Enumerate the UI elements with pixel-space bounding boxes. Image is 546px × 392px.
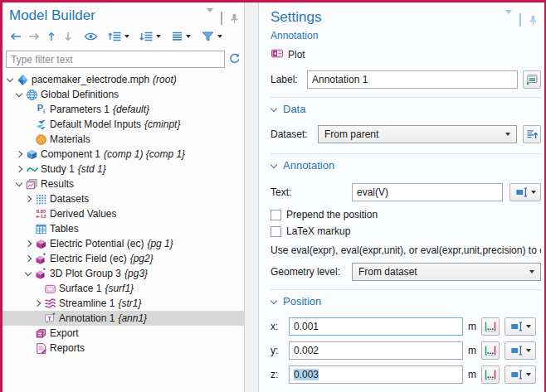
z-label: z: xyxy=(271,369,289,380)
section-title: Annotation xyxy=(283,159,334,172)
geometry-selected-value: From dataset xyxy=(358,266,529,278)
tree-item-root[interactable]: pacemaker_electrode.mph (root) xyxy=(2,72,244,87)
model-tree: pacemaker_electrode.mph (root) Global De… xyxy=(2,72,244,392)
insert-expression-button[interactable] xyxy=(509,183,541,201)
pin-icon[interactable] xyxy=(230,13,239,24)
chevron-expanded-icon[interactable] xyxy=(6,75,16,85)
tree-item-materials[interactable]: Materials xyxy=(2,132,244,147)
section-title: Data xyxy=(283,103,305,115)
tree-item-datasets[interactable]: Datasets xyxy=(2,191,244,206)
x-label: x: xyxy=(271,321,289,332)
go-to-source-button[interactable] xyxy=(523,125,541,143)
filter-caret-icon xyxy=(217,35,222,38)
rename-button[interactable] xyxy=(523,70,541,89)
section-chevron-icon xyxy=(271,298,277,305)
results-icon xyxy=(25,177,39,191)
range-button[interactable] xyxy=(481,317,500,336)
svg-text:*: * xyxy=(52,312,56,319)
insert-expression-button[interactable] xyxy=(505,365,536,384)
annotation-plot-icon: T* xyxy=(43,312,57,325)
model-builder-title: Model Builder xyxy=(9,6,95,26)
materials-icon xyxy=(34,133,48,146)
prepend-position-checkbox[interactable]: Prepend the position xyxy=(271,208,541,221)
panel-divider[interactable] xyxy=(245,2,258,392)
tree-item-derived-values[interactable]: 8.85e-12 Derived Values xyxy=(2,206,244,221)
range-button[interactable] xyxy=(481,365,500,384)
tree-item-3d-plot-group-3[interactable]: * 3D Plot Group 3 {pg3} xyxy=(2,266,244,281)
tree-filter-input[interactable] xyxy=(6,51,225,68)
y-input[interactable] xyxy=(289,341,463,360)
float-window-icon[interactable] xyxy=(221,12,222,24)
breadcrumb[interactable]: Annotation xyxy=(271,30,541,41)
combo-caret-icon xyxy=(505,133,510,136)
x-input[interactable] xyxy=(289,317,463,336)
float-window-icon[interactable] xyxy=(519,14,521,26)
combo-caret-icon xyxy=(529,270,534,273)
tree-item-annotation1-selected[interactable]: T* Annotation 1 {ann1} xyxy=(2,311,244,326)
window-menu-icon[interactable] xyxy=(505,14,512,26)
refresh-icon[interactable] xyxy=(228,52,241,67)
move-up-button[interactable] xyxy=(44,28,59,45)
plot-button[interactable]: Plot xyxy=(271,47,541,62)
insert-expression-caret-icon xyxy=(526,373,531,376)
z-selected-text: 0.003 xyxy=(294,369,319,380)
pin-icon[interactable] xyxy=(529,15,538,26)
tree-item-surface1[interactable]: Surface 1 {surf1} xyxy=(2,281,244,296)
tree-item-study1[interactable]: Study 1 {std 1} xyxy=(2,162,244,177)
insert-expression-caret-icon xyxy=(526,325,531,328)
dataset-label: Dataset: xyxy=(271,128,318,140)
chevron-collapsed-icon[interactable] xyxy=(15,149,25,159)
chevron-collapsed-icon[interactable] xyxy=(33,298,43,308)
section-separator xyxy=(271,289,541,290)
tree-item-tables[interactable]: Tables xyxy=(2,221,244,236)
model-builder-toolbar xyxy=(2,26,244,46)
text-field-label: Text: xyxy=(271,186,352,198)
node-label-options-button[interactable] xyxy=(169,28,193,45)
insert-expression-button[interactable] xyxy=(505,317,536,336)
plot-group-3d-star-icon: * xyxy=(34,252,48,265)
show-button[interactable] xyxy=(82,28,100,45)
go-forward-button[interactable] xyxy=(26,28,42,45)
tree-item-reports[interactable]: Reports xyxy=(2,341,244,356)
window-menu-icon[interactable] xyxy=(207,12,213,24)
insert-expression-caret-icon xyxy=(531,191,536,194)
chevron-collapsed-icon[interactable] xyxy=(24,194,34,204)
y-label: y: xyxy=(271,345,289,356)
chevron-expanded-icon[interactable] xyxy=(15,179,25,189)
section-title: Position xyxy=(283,295,321,307)
z-input[interactable]: 0.003 xyxy=(289,365,463,384)
insert-expression-button[interactable] xyxy=(505,341,536,360)
tree-item-global-definitions[interactable]: Global Definitions xyxy=(2,87,244,102)
tree-item-export[interactable]: Export xyxy=(2,326,244,341)
tree-item-streamline1[interactable]: Streamline 1 {str1} xyxy=(2,296,244,311)
dataset-select[interactable]: From parent xyxy=(318,125,517,143)
section-header-annotation[interactable]: Annotation xyxy=(271,159,541,172)
chevron-collapsed-icon[interactable] xyxy=(24,239,34,249)
z-unit: m xyxy=(463,369,481,380)
filter-button[interactable] xyxy=(199,28,224,45)
tree-item-component1[interactable]: Component 1 (comp 1) {comp 1} xyxy=(2,147,244,162)
plot-icon xyxy=(271,47,284,62)
chevron-collapsed-icon[interactable] xyxy=(15,164,25,174)
tree-item-results[interactable]: Results xyxy=(2,177,244,191)
annotation-text-input[interactable] xyxy=(352,183,503,201)
geometry-level-select[interactable]: From dataset xyxy=(352,263,541,281)
latex-markup-checkbox[interactable]: LaTeX markup xyxy=(271,225,541,238)
chevron-expanded-icon[interactable] xyxy=(15,90,25,99)
tree-item-parameters[interactable]: Pi Parameters 1 {default} xyxy=(2,102,244,117)
move-down-button[interactable] xyxy=(61,28,76,45)
go-back-button[interactable] xyxy=(7,28,24,45)
tree-item-electric-potential[interactable]: Electric Potential (ec) {pg 1} xyxy=(2,236,244,251)
collapse-tree-button[interactable] xyxy=(138,28,163,45)
tree-item-default-model-inputs[interactable]: Default Model Inputs {cminpt} xyxy=(2,117,244,132)
label-input[interactable] xyxy=(307,70,518,89)
chevron-expanded-icon[interactable] xyxy=(24,269,34,278)
globe-icon xyxy=(25,88,39,101)
range-button[interactable] xyxy=(481,341,500,360)
section-header-data[interactable]: Data xyxy=(271,103,541,115)
tree-item-electric-field[interactable]: * Electric Field (ec) {pg2} xyxy=(2,251,244,266)
chevron-collapsed-icon[interactable] xyxy=(24,254,34,264)
section-header-position[interactable]: Position xyxy=(271,295,541,307)
component-cube-icon xyxy=(25,148,39,161)
expand-tree-button[interactable] xyxy=(106,28,131,45)
